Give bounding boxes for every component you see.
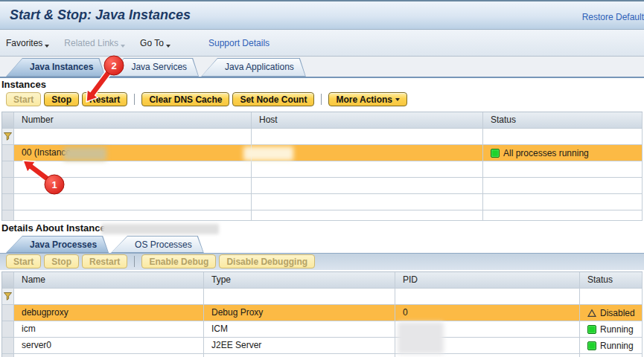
restart-button[interactable]: Restart [82,92,127,106]
restore-defaults-link[interactable]: Restore Defaults [582,12,644,22]
status-running-icon [587,341,596,350]
tab-java-processes[interactable]: Java Processes [6,236,109,253]
empty-row [2,194,643,210]
filter-cell[interactable] [2,129,14,145]
process-row-icm[interactable]: icm ICM Running [2,321,643,338]
filter-input-name[interactable] [14,289,204,305]
column-header-name[interactable]: Name [14,272,204,289]
details-section-title: Details About Instance [1,222,106,234]
menu-related-links: Related Links [64,38,125,48]
process-type-cell: Debug Proxy [204,305,395,321]
toolbar-separator [321,94,322,105]
dropdown-arrow-icon [121,45,125,48]
process-row-debugproxy[interactable]: debugproxy Debug Proxy 0 Disabled [2,305,643,321]
processes-table: Name Type PID Status debugproxy Debug Pr… [1,271,643,357]
process-status-cell: Disabled [580,305,643,321]
process-status-cell: Running [580,338,643,354]
processes-header-row: Name Type PID Status [2,272,643,289]
filter-input-number[interactable] [14,129,252,145]
column-header-type[interactable]: Type [204,272,395,289]
tab-java-instances[interactable]: Java Instances [6,58,105,77]
filter-input-status[interactable] [483,129,643,145]
process-row-server0[interactable]: server0 J2EE Server Running [2,338,643,354]
status-running-icon [587,325,596,334]
empty-row [2,354,643,357]
select-all-cell[interactable] [2,272,14,289]
row-selector-cell[interactable] [2,338,14,354]
title-bar: Start & Stop: Java Instances Restore Def… [0,0,644,30]
menu-bar: Favorites Related Links Go To Support De… [0,30,644,57]
instance-number-cell: 00 (Instance [14,145,252,161]
empty-row [2,210,643,221]
instances-filter-row [2,129,643,145]
clear-dns-cache-button[interactable]: Clear DNS Cache [141,92,229,106]
support-details-link[interactable]: Support Details [208,38,270,48]
status-warning-icon [587,309,596,318]
empty-row [2,178,643,194]
process-name-cell: server0 [14,338,204,354]
more-actions-button[interactable]: More Actions [328,92,407,106]
set-node-count-button[interactable]: Set Node Count [232,92,314,106]
status-running-icon [491,149,500,158]
menu-favorites[interactable]: Favorites [6,38,49,48]
process-status-cell: Running [580,321,643,338]
filter-funnel-icon [3,292,13,301]
tab-java-applications[interactable]: Java Applications [201,58,306,77]
column-header-host[interactable]: Host [252,112,483,129]
empty-row [2,161,643,178]
disable-debugging-button: Disable Debugging [219,254,315,268]
column-header-number[interactable]: Number [14,112,252,129]
tab-java-services[interactable]: Java Services [107,58,199,77]
toolbar-separator [134,256,135,267]
filter-cell[interactable] [2,289,14,305]
details-toolbar: Start Stop Restart Enable Debug Disable … [6,254,315,268]
instance-status-cell: All processes running [483,145,643,161]
toolbar-separator [134,94,135,105]
page-title: Start & Stop: Java Instances [0,1,644,23]
column-header-status[interactable]: Status [580,272,643,289]
dropdown-arrow-icon [45,45,49,48]
instances-table: Number Host Status 00 (Instance All proc… [1,112,643,221]
select-all-cell[interactable] [2,112,14,129]
filter-funnel-icon [3,132,13,141]
instances-section-title: Instances [1,79,46,90]
tab-os-processes[interactable]: OS Processes [111,236,204,253]
row-selector-cell[interactable] [2,321,14,338]
process-pid-cell: 0 [395,305,580,321]
netweaver-start-stop-screen: Start & Stop: Java Instances Restore Def… [0,0,644,357]
dropdown-arrow-icon [395,98,400,101]
main-tab-strip: Java Instances Java Services Java Applic… [0,57,644,78]
process-type-cell: ICM [204,321,395,338]
process-name-cell: debugproxy [14,305,204,321]
instances-header-row: Number Host Status [2,112,643,129]
column-header-status[interactable]: Status [483,112,643,129]
process-name-cell: icm [14,321,204,338]
row-selector-cell[interactable] [2,305,14,321]
column-header-pid[interactable]: PID [395,272,580,289]
redacted-pid-values [398,322,444,354]
redacted-instance-label [101,224,219,234]
restart-button: Restart [82,254,127,268]
process-type-cell: J2EE Server [204,338,395,354]
dropdown-arrow-icon [166,45,170,48]
instances-toolbar: Start Stop Restart Clear DNS Cache Set N… [6,92,407,106]
details-tab-strip: Java Processes OS Processes [0,235,644,253]
enable-debug-button: Enable Debug [141,254,216,268]
redacted-instance-name [63,147,106,161]
menu-go-to[interactable]: Go To [140,38,170,48]
row-selector-cell[interactable] [2,145,14,161]
redacted-host-name [243,147,293,161]
filter-input-host[interactable] [252,129,483,145]
processes-filter-row [2,289,643,305]
start-button: Start [6,92,41,106]
stop-button: Stop [44,254,79,268]
filter-input-status[interactable] [580,289,643,305]
filter-input-pid[interactable] [395,289,580,305]
start-button: Start [6,254,41,268]
filter-input-type[interactable] [204,289,395,305]
stop-button[interactable]: Stop [44,92,79,106]
